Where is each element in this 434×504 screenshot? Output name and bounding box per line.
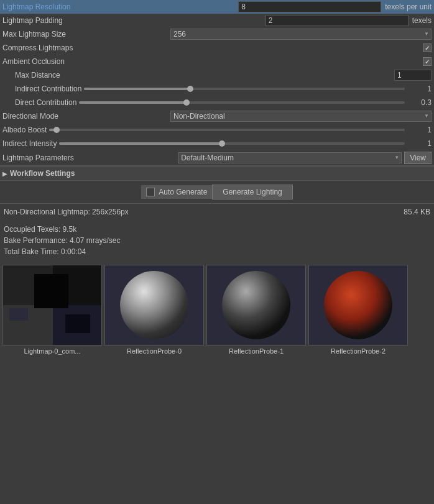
total-bake-time: Total Bake Time: 0:00:04 (4, 247, 86, 256)
lightmap-resolution-row: Lightmap Resolution texels per unit (0, 0, 434, 14)
probe2-label: ReflectionProbe-2 (331, 347, 386, 355)
lightmap-info: Non-Directional Lightmap: 256x256px (4, 208, 129, 216)
max-distance-label: Max Distance (2, 71, 60, 80)
albedo-boost-thumb[interactable] (53, 127, 60, 133)
lightmap-params-dropdown-wrapper: Default-Medium Default-HighResolution De… (178, 152, 402, 163)
lightmap-image (2, 265, 102, 346)
albedo-boost-label: Albedo Boost (2, 126, 47, 134)
bake-performance-row: Bake Performance: 4.07 mrays/sec (2, 235, 432, 246)
workflow-title: Workflow Settings (10, 169, 75, 178)
indirect-intensity-thumb[interactable] (219, 140, 225, 147)
indirect-contribution-slider-container: 1 (84, 85, 432, 93)
lightmap-resolution-input[interactable] (238, 1, 381, 12)
thumbnail-probe2[interactable]: ReflectionProbe-2 (308, 265, 408, 355)
lightmap-padding-input[interactable] (265, 15, 409, 26)
max-lightmap-size-dropdown[interactable]: 256 32 64 128 512 1024 2048 4096 (170, 29, 432, 40)
probe0-label: ReflectionProbe-0 (127, 347, 182, 355)
probe1-label: ReflectionProbe-1 (229, 347, 284, 355)
lightmap-info-row: Non-Directional Lightmap: 256x256px 85.4… (2, 206, 432, 218)
thumbnail-lightmap[interactable]: Lightmap-0_com... (2, 265, 102, 355)
directional-mode-dropdown[interactable]: Non-Directional Directional (170, 111, 432, 122)
direct-contribution-thumb[interactable] (183, 99, 190, 106)
auto-generate-checkbox[interactable] (146, 188, 155, 196)
svg-rect-7 (65, 314, 90, 333)
lightmap-params-label: Lightmap Parameters (2, 153, 74, 162)
indirect-intensity-fill (59, 142, 221, 145)
direct-contribution-value: 0.3 (410, 98, 432, 107)
compress-checkmark: ✓ (425, 45, 430, 52)
file-size: 85.4 KB (404, 208, 430, 216)
compress-lightmaps-label: Compress Lightmaps (2, 44, 73, 52)
indirect-contribution-row: Indirect Contribution 1 (0, 82, 434, 96)
ambient-occlusion-checkbox[interactable]: ✓ (423, 57, 432, 66)
indirect-contribution-track[interactable] (84, 88, 405, 90)
direct-contribution-fill (79, 101, 187, 104)
lightmap-svg (3, 265, 101, 346)
svg-rect-5 (34, 274, 68, 308)
albedo-boost-track[interactable] (49, 129, 405, 131)
lightmap-params-row: Lightmap Parameters Default-Medium Defau… (0, 150, 434, 165)
ao-checkmark: ✓ (425, 58, 430, 65)
probe0-image (104, 265, 204, 346)
lightmap-params-dropdown[interactable]: Default-Medium Default-HighResolution De… (178, 152, 402, 163)
directional-mode-dropdown-wrapper: Non-Directional Directional (170, 111, 432, 122)
svg-rect-6 (9, 308, 28, 321)
max-lightmap-size-dropdown-wrapper: 256 32 64 128 512 1024 2048 4096 (170, 29, 432, 40)
direct-contribution-label: Direct Contribution (2, 98, 76, 107)
albedo-boost-value: 1 (410, 126, 432, 134)
probe1-sphere (222, 271, 290, 339)
max-lightmap-size-label: Max Lightmap Size (2, 30, 66, 39)
ambient-occlusion-row: Ambient Occlusion ✓ (0, 55, 434, 68)
auto-generate-label: Auto Generate (159, 188, 207, 196)
occupied-texels-row: Occupied Texels: 9.5k (2, 224, 432, 235)
indirect-contribution-label: Indirect Contribution (2, 85, 81, 93)
occupied-texels: Occupied Texels: 9.5k (4, 225, 76, 234)
lightmap-resolution-label: Lightmap Resolution (2, 2, 70, 11)
direct-contribution-row: Direct Contribution 0.3 (0, 96, 434, 109)
indirect-intensity-track[interactable] (59, 142, 405, 145)
spacer-gap (2, 218, 432, 224)
indirect-intensity-value: 1 (410, 139, 432, 148)
indirect-intensity-row: Indirect Intensity 1 (0, 137, 434, 150)
compress-lightmaps-checkbox[interactable]: ✓ (423, 44, 432, 52)
thumbnails-section: Lightmap-0_com... ReflectionProbe-0 Refl… (0, 260, 434, 360)
workflow-button-row: Auto Generate Generate Lighting (0, 181, 434, 203)
albedo-boost-slider-container: 1 (49, 126, 432, 134)
ambient-occlusion-label: Ambient Occlusion (2, 57, 65, 66)
max-distance-row: Max Distance (0, 68, 434, 82)
probe2-image (308, 265, 408, 346)
probe0-sphere (120, 271, 188, 339)
workflow-section-header[interactable]: ▶ Workflow Settings (0, 166, 434, 181)
directional-mode-row: Directional Mode Non-Directional Directi… (0, 109, 434, 123)
generate-lighting-button[interactable]: Generate Lighting (212, 185, 292, 199)
auto-generate-area: Auto Generate (141, 185, 212, 199)
view-button[interactable]: View (404, 152, 432, 164)
lightmap-padding-label: Lightmap Padding (2, 16, 63, 25)
max-distance-input[interactable] (394, 70, 432, 81)
lightmap-padding-unit: texels (412, 16, 432, 25)
lightmap-label: Lightmap-0_com... (24, 347, 80, 355)
workflow-arrow-icon: ▶ (2, 170, 7, 177)
albedo-boost-row: Albedo Boost 1 (0, 123, 434, 137)
lightmap-padding-row: Lightmap Padding texels (0, 14, 434, 27)
thumbnail-probe1[interactable]: ReflectionProbe-1 (206, 265, 306, 355)
thumbnail-probe0[interactable]: ReflectionProbe-0 (104, 265, 204, 355)
indirect-contribution-fill (84, 88, 190, 90)
indirect-intensity-label: Indirect Intensity (2, 139, 57, 148)
indirect-contribution-value: 1 (410, 85, 432, 93)
direct-contribution-slider-container: 0.3 (79, 98, 432, 107)
probe1-image (206, 265, 306, 346)
directional-mode-label: Directional Mode (2, 112, 58, 121)
indirect-intensity-slider-container: 1 (59, 139, 432, 148)
lightmap-resolution-unit: texels per unit (385, 2, 432, 11)
total-bake-time-row: Total Bake Time: 0:00:04 (2, 246, 432, 257)
settings-panel: Lightmap Resolution texels per unit Ligh… (0, 0, 434, 360)
direct-contribution-track[interactable] (79, 101, 405, 104)
max-lightmap-size-row: Max Lightmap Size 256 32 64 128 512 1024… (0, 27, 434, 41)
indirect-contribution-thumb[interactable] (187, 86, 193, 92)
probe2-sphere (324, 271, 392, 339)
bake-performance: Bake Performance: 4.07 mrays/sec (4, 236, 120, 245)
status-section: Non-Directional Lightmap: 256x256px 85.4… (0, 204, 434, 260)
compress-lightmaps-row: Compress Lightmaps ✓ (0, 41, 434, 55)
